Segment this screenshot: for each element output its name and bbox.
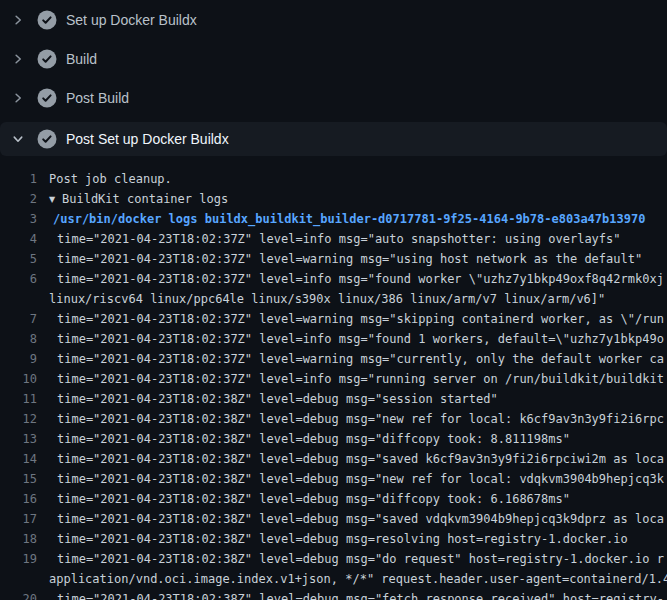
log-group-toggle[interactable]: ▼BuildKit container logs — [49, 189, 228, 210]
chevron-right-icon[interactable] — [12, 53, 24, 65]
log-text: time="2021-04-23T18:02:38Z" level=debug … — [57, 549, 664, 569]
log-line: 18time="2021-04-23T18:02:38Z" level=debu… — [0, 529, 667, 549]
log-line-continuation: linux/riscv64 linux/ppc64le linux/s390x … — [0, 289, 667, 309]
log-text: time="2021-04-23T18:02:38Z" level=debug … — [57, 409, 664, 429]
triangle-down-icon: ▼ — [49, 190, 62, 210]
log-text: time="2021-04-23T18:02:38Z" level=debug … — [57, 389, 498, 409]
log-command-text: /usr/bin/docker logs buildx_buildkit_bui… — [53, 209, 645, 229]
log-text: time="2021-04-23T18:02:37Z" level=warnin… — [57, 249, 642, 269]
log-line: 1Post job cleanup. — [0, 169, 667, 189]
line-number[interactable]: 9 — [0, 349, 37, 369]
log-line: 3/usr/bin/docker logs buildx_buildkit_bu… — [0, 209, 667, 229]
line-number[interactable]: 4 — [0, 229, 37, 249]
chevron-down-icon[interactable] — [12, 133, 24, 145]
log-line: 8time="2021-04-23T18:02:37Z" level=info … — [0, 329, 667, 349]
check-circle-icon — [37, 88, 57, 108]
step-title: Build — [66, 51, 97, 67]
step-title: Post Build — [66, 90, 129, 106]
line-number[interactable]: 12 — [0, 409, 37, 429]
line-number[interactable]: 10 — [0, 369, 37, 389]
line-number[interactable]: 6 — [0, 269, 37, 289]
log-text: time="2021-04-23T18:02:38Z" level=debug … — [57, 469, 664, 489]
log-line: 4time="2021-04-23T18:02:37Z" level=info … — [0, 229, 667, 249]
line-number[interactable]: 19 — [0, 549, 37, 569]
step-row-post-set-up-docker-buildx[interactable]: Post Set up Docker Buildx — [0, 122, 667, 156]
line-number[interactable]: 7 — [0, 309, 37, 329]
step-row-set-up-docker-buildx[interactable]: Set up Docker Buildx — [0, 0, 667, 39]
line-number[interactable]: 2 — [0, 189, 37, 209]
log-line: 16time="2021-04-23T18:02:38Z" level=debu… — [0, 489, 667, 509]
log-line: 11time="2021-04-23T18:02:38Z" level=debu… — [0, 389, 667, 409]
log-text: time="2021-04-23T18:02:38Z" level=debug … — [57, 429, 570, 449]
log-text: time="2021-04-23T18:02:38Z" level=debug … — [57, 509, 664, 529]
log-text: Post job cleanup. — [49, 169, 172, 189]
log-line: 2▼BuildKit container logs — [0, 189, 667, 209]
log-line: 10time="2021-04-23T18:02:37Z" level=info… — [0, 369, 667, 389]
log-text: time="2021-04-23T18:02:38Z" level=debug … — [57, 449, 664, 469]
log-line: 20time="2021-04-23T18:02:38Z" level=debu… — [0, 589, 667, 600]
line-number[interactable]: 3 — [0, 209, 37, 229]
check-circle-icon — [37, 49, 57, 69]
step-title: Set up Docker Buildx — [66, 12, 197, 28]
log-line: 9time="2021-04-23T18:02:37Z" level=warni… — [0, 349, 667, 369]
line-number[interactable]: 13 — [0, 429, 37, 449]
log-line: 5time="2021-04-23T18:02:37Z" level=warni… — [0, 249, 667, 269]
log-line: 17time="2021-04-23T18:02:38Z" level=debu… — [0, 509, 667, 529]
log-text: time="2021-04-23T18:02:37Z" level=info m… — [57, 329, 664, 349]
line-number[interactable]: 15 — [0, 469, 37, 489]
chevron-right-icon[interactable] — [12, 14, 24, 26]
line-number[interactable]: 17 — [0, 509, 37, 529]
line-number[interactable]: 20 — [0, 589, 37, 600]
log-text: time="2021-04-23T18:02:37Z" level=warnin… — [57, 349, 664, 369]
log-line: 19time="2021-04-23T18:02:38Z" level=debu… — [0, 549, 667, 569]
chevron-right-icon[interactable] — [12, 92, 24, 104]
line-number[interactable]: 11 — [0, 389, 37, 409]
line-number[interactable]: 16 — [0, 489, 37, 509]
log-container: 1Post job cleanup.2▼BuildKit container l… — [0, 169, 667, 600]
actions-log-viewer: Set up Docker Buildx Build Post Build — [0, 0, 667, 600]
line-number[interactable]: 8 — [0, 329, 37, 349]
line-number[interactable]: 14 — [0, 449, 37, 469]
check-circle-icon — [37, 129, 57, 149]
step-row-build[interactable]: Build — [0, 39, 667, 78]
steps-list: Set up Docker Buildx Build Post Build — [0, 0, 667, 156]
step-title: Post Set up Docker Buildx — [66, 131, 229, 147]
log-text: application/vnd.oci.image.index.v1+json,… — [49, 569, 667, 589]
log-text: time="2021-04-23T18:02:38Z" level=debug … — [57, 529, 628, 549]
log-line: 14time="2021-04-23T18:02:38Z" level=debu… — [0, 449, 667, 469]
log-line: 7time="2021-04-23T18:02:37Z" level=warni… — [0, 309, 667, 329]
step-row-post-build[interactable]: Post Build — [0, 78, 667, 117]
line-number[interactable]: 1 — [0, 169, 37, 189]
log-text: time="2021-04-23T18:02:37Z" level=info m… — [57, 269, 664, 289]
log-text: time="2021-04-23T18:02:38Z" level=debug … — [57, 589, 664, 600]
log-line: 15time="2021-04-23T18:02:38Z" level=debu… — [0, 469, 667, 489]
log-text: time="2021-04-23T18:02:37Z" level=info m… — [57, 369, 664, 389]
log-line: 12time="2021-04-23T18:02:38Z" level=debu… — [0, 409, 667, 429]
line-number[interactable]: 5 — [0, 249, 37, 269]
log-line: 6time="2021-04-23T18:02:37Z" level=info … — [0, 269, 667, 289]
log-text: linux/riscv64 linux/ppc64le linux/s390x … — [49, 289, 605, 309]
log-text: time="2021-04-23T18:02:38Z" level=debug … — [57, 489, 570, 509]
log-text: time="2021-04-23T18:02:37Z" level=info m… — [57, 229, 621, 249]
line-number[interactable]: 18 — [0, 529, 37, 549]
check-circle-icon — [37, 10, 57, 30]
log-line: 13time="2021-04-23T18:02:38Z" level=debu… — [0, 429, 667, 449]
log-line-continuation: application/vnd.oci.image.index.v1+json,… — [0, 569, 667, 589]
log-text: time="2021-04-23T18:02:37Z" level=warnin… — [57, 309, 664, 329]
